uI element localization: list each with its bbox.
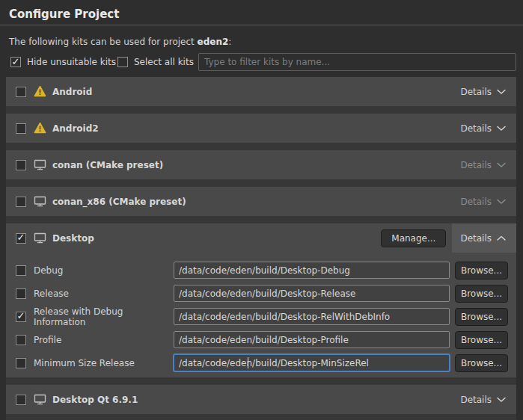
chevron-down-icon xyxy=(497,89,506,95)
kit-checkbox[interactable] xyxy=(16,160,26,170)
kit-checkbox[interactable]: ✓ xyxy=(16,233,26,244)
kit-checkbox[interactable] xyxy=(16,123,26,134)
desktop-monitor-icon xyxy=(34,232,46,244)
config-row-minsizerel: Minimum Size Release Browse... xyxy=(16,354,508,371)
browse-button[interactable]: Browse... xyxy=(455,308,508,326)
kit-checkbox[interactable] xyxy=(16,87,26,97)
browse-button[interactable]: Browse... xyxy=(455,285,508,303)
project-name: eden2 xyxy=(198,37,229,47)
config-row-relwithdebinfo: ✓ Release with Debug Information Browse.… xyxy=(16,308,508,325)
chevron-down-icon xyxy=(497,397,506,403)
select-all-kits-checkbox-row[interactable]: Select all kits xyxy=(117,57,194,67)
hide-unsuitable-checkbox[interactable]: ✓ xyxy=(10,57,21,67)
path-field-wrap xyxy=(174,331,450,348)
chevron-down-icon xyxy=(497,199,506,205)
config-checkbox[interactable] xyxy=(16,288,26,299)
config-row-profile: Profile Browse... xyxy=(16,331,508,348)
check-icon: ✓ xyxy=(12,57,20,67)
intro-text: The following kits can be used for proje… xyxy=(9,37,231,47)
details-label: Details xyxy=(460,233,492,244)
browse-button[interactable]: Browse... xyxy=(455,331,508,349)
details-label: Details xyxy=(460,160,492,170)
build-dir-input[interactable] xyxy=(174,262,450,279)
intro-prefix: The following kits can be used for proje… xyxy=(9,37,198,47)
desktop-monitor-icon xyxy=(34,195,46,208)
build-dir-input[interactable] xyxy=(174,285,450,302)
warning-icon xyxy=(34,122,46,135)
details-label: Details xyxy=(460,395,492,405)
path-field-wrap xyxy=(174,354,450,371)
desktop-monitor-icon xyxy=(34,158,46,171)
config-label: Minimum Size Release xyxy=(34,358,174,368)
config-row-debug: Debug Browse... xyxy=(16,262,508,279)
details-toggle[interactable]: Details xyxy=(452,385,516,414)
browse-button[interactable]: Browse... xyxy=(455,262,508,280)
path-field-wrap xyxy=(174,262,450,279)
kit-name: conan_x86 (CMake preset) xyxy=(52,197,186,207)
title-divider xyxy=(0,25,523,25)
kit-row-desktop[interactable]: ✓ Desktop Manage... Details xyxy=(6,223,516,253)
select-all-label: Select all kits xyxy=(134,57,194,67)
details-toggle-disabled: Details xyxy=(452,150,516,179)
hide-unsuitable-kits-checkbox-row[interactable]: ✓ Hide unsuitable kits xyxy=(10,57,116,67)
page-title: Configure Project xyxy=(9,7,119,21)
details-label: Details xyxy=(460,87,492,97)
desktop-monitor-icon xyxy=(34,393,46,406)
build-dir-input[interactable] xyxy=(174,331,450,348)
kit-checkbox[interactable] xyxy=(16,197,26,207)
chevron-down-icon xyxy=(497,126,506,132)
desktop-build-configs: Debug Browse... Release Browse... ✓ Rele… xyxy=(6,253,516,377)
check-icon: ✓ xyxy=(17,232,25,242)
kit-row-desktop-qt[interactable]: Desktop Qt 6.9.1 Details xyxy=(6,385,516,414)
config-label: Debug xyxy=(34,265,174,276)
config-label: Profile xyxy=(34,335,174,345)
path-field-wrap xyxy=(174,285,450,302)
manage-button[interactable]: Manage... xyxy=(381,229,446,247)
kit-filter-input[interactable] xyxy=(198,53,516,71)
select-all-checkbox[interactable] xyxy=(117,57,128,67)
warning-icon xyxy=(34,85,46,98)
config-checkbox[interactable] xyxy=(16,265,26,276)
path-field-wrap xyxy=(174,308,450,325)
details-toggle[interactable]: Details xyxy=(452,77,516,106)
config-row-release: Release Browse... xyxy=(16,285,508,302)
kit-row-android2[interactable]: Android2 Details xyxy=(6,114,516,143)
config-checkbox[interactable]: ✓ xyxy=(16,312,26,322)
chevron-down-icon xyxy=(497,162,506,168)
kit-name: conan (CMake preset) xyxy=(52,160,163,170)
text-caret xyxy=(248,357,248,368)
kit-row-conan-x86[interactable]: conan_x86 (CMake preset) Details xyxy=(6,187,516,216)
kit-section-desktop: ✓ Desktop Manage... Details Debug Browse… xyxy=(6,223,516,377)
build-dir-input[interactable] xyxy=(174,308,450,325)
config-label: Release xyxy=(34,288,174,299)
details-label: Details xyxy=(460,123,492,134)
browse-button[interactable]: Browse... xyxy=(455,354,508,372)
intro-suffix: : xyxy=(228,37,231,47)
config-checkbox[interactable] xyxy=(16,358,26,368)
kit-name: Android2 xyxy=(52,123,99,134)
config-label: Release with Debug Information xyxy=(34,306,174,327)
build-dir-input-focused[interactable] xyxy=(174,354,450,371)
check-icon: ✓ xyxy=(17,311,25,321)
kit-name: Android xyxy=(52,87,92,97)
config-checkbox[interactable] xyxy=(16,335,26,345)
chevron-up-icon xyxy=(497,235,506,241)
details-toggle[interactable]: Details xyxy=(452,223,516,253)
hide-unsuitable-label: Hide unsuitable kits xyxy=(27,57,116,67)
kit-checkbox[interactable] xyxy=(16,395,26,405)
details-toggle[interactable]: Details xyxy=(452,114,516,143)
kit-row-conan[interactable]: conan (CMake preset) Details xyxy=(6,150,516,179)
details-label: Details xyxy=(460,197,492,207)
kit-name: Desktop xyxy=(52,233,94,244)
details-toggle-disabled: Details xyxy=(452,187,516,216)
kit-name: Desktop Qt 6.9.1 xyxy=(52,395,138,405)
kit-row-android[interactable]: Android Details xyxy=(6,77,516,106)
kit-list: Android Details Android2 Details conan (… xyxy=(6,77,516,420)
